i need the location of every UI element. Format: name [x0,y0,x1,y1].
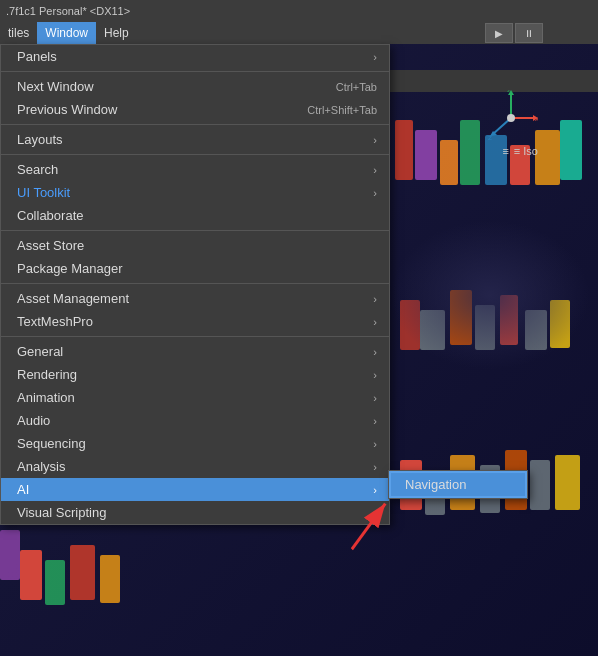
svg-text:y: y [507,90,511,92]
divider-2 [1,124,389,125]
menu-item-general[interactable]: General › [1,340,389,363]
menu-item-sequencing[interactable]: Sequencing › [1,432,389,455]
menu-item-rendering[interactable]: Rendering › [1,363,389,386]
menu-item-animation[interactable]: Animation › [1,386,389,409]
svg-text:x: x [535,114,538,123]
iso-label: ≡ ≡ Iso [502,145,538,157]
menu-item-layouts[interactable]: Layouts › [1,128,389,151]
menu-item-prev-window[interactable]: Previous Window Ctrl+Shift+Tab [1,98,389,121]
divider-3 [1,154,389,155]
menu-item-asset-store[interactable]: Asset Store [1,234,389,257]
menu-item-search[interactable]: Search › [1,158,389,181]
divider-4 [1,230,389,231]
svg-text:z: z [488,133,492,142]
menu-item-package-manager[interactable]: Package Manager [1,257,389,280]
window-menu: Panels › Next Window Ctrl+Tab Previous W… [0,44,390,525]
menu-item-collaborate[interactable]: Collaborate [1,204,389,227]
menu-item-window[interactable]: Window [37,22,96,44]
menu-item-help[interactable]: Help [96,22,137,44]
menu-item-tiles[interactable]: tiles [0,22,37,44]
play-button[interactable]: ▶ [485,23,513,43]
menu-item-ai[interactable]: AI › [1,478,389,501]
menu-bar: tiles Window Help ▶ ⏸ [0,22,598,44]
submenu-item-navigation[interactable]: Navigation [389,471,527,498]
divider-6 [1,336,389,337]
menu-item-textmeshpro[interactable]: TextMeshPro › [1,310,389,333]
title-bar: .7f1c1 Personal* <DX11> [0,0,598,22]
divider-5 [1,283,389,284]
pause-button[interactable]: ⏸ [515,23,543,43]
divider-1 [1,71,389,72]
svg-point-6 [507,114,515,122]
menu-item-panels[interactable]: Panels › [1,45,389,68]
menu-item-visual-scripting[interactable]: Visual Scripting › [1,501,389,524]
menu-item-analysis[interactable]: Analysis › [1,455,389,478]
menu-item-asset-management[interactable]: Asset Management › [1,287,389,310]
menu-item-audio[interactable]: Audio › [1,409,389,432]
title-bar-text: .7f1c1 Personal* <DX11> [6,5,130,17]
menu-item-ui-toolkit[interactable]: UI Toolkit › [1,181,389,204]
ai-submenu: Navigation [388,470,528,499]
scene-gizmo[interactable]: x y z [483,90,538,145]
menu-item-next-window[interactable]: Next Window Ctrl+Tab [1,75,389,98]
